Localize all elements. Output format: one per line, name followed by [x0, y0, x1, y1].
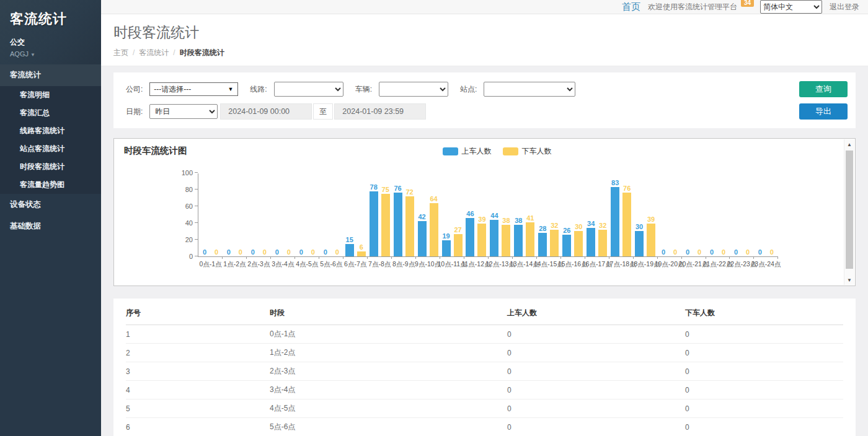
user-menu[interactable]: AQGJ ▼: [10, 50, 91, 58]
bar-group: 0023点-24点: [754, 173, 778, 256]
notification-badge: 34: [741, 0, 754, 7]
y-axis-tick: [195, 239, 198, 240]
bar-value: 28: [539, 225, 546, 232]
bar-group: 443812点-13点: [488, 173, 512, 256]
breadcrumb-separator: /: [133, 48, 135, 57]
bar-value: 0: [227, 248, 231, 256]
legend-item-上车人数[interactable]: 上车人数: [443, 146, 492, 157]
table-cell: 5: [126, 399, 270, 418]
language-select[interactable]: 简体中文: [760, 0, 822, 14]
bar-group: 76728点-9点: [392, 173, 416, 256]
table-cell: 2: [126, 344, 270, 362]
bar-group: 463911点-12点: [464, 173, 488, 256]
table-cell: 0: [507, 362, 685, 381]
scroll-down-icon[interactable]: ▼: [844, 275, 854, 285]
legend-item-下车人数[interactable]: 下车人数: [503, 146, 552, 157]
bar-group: 0022点-23点: [730, 173, 754, 256]
bar-上车人数: 83: [611, 187, 619, 256]
vehicle-select[interactable]: [379, 82, 448, 97]
sidebar-item-站点客流统计[interactable]: 站点客流统计: [0, 140, 101, 158]
date-preset-select[interactable]: 昨日: [149, 104, 218, 119]
bar-下车人数: 38: [502, 225, 510, 256]
bar-value: 15: [346, 236, 353, 243]
bar-value: 27: [454, 226, 461, 233]
dropdown-arrow-icon: ▼: [228, 86, 233, 92]
table-cell: 0: [685, 362, 843, 381]
column-header: 上车人数: [507, 301, 685, 325]
x-axis-label: 3点-4点: [272, 260, 294, 269]
bar-group: 343216点-17点: [585, 173, 609, 256]
station-select[interactable]: [484, 82, 575, 97]
bar-value: 76: [394, 185, 401, 192]
bar-group: 192710点-11点: [440, 173, 464, 256]
table-header-row: 序号时段上车人数下车人数: [126, 301, 843, 325]
table-cell: 0: [507, 418, 685, 436]
scrollbar-thumb[interactable]: [846, 150, 853, 269]
chart-plot: 000点-1点001点-2点002点-3点003点-4点004点-5点005点-…: [198, 173, 778, 257]
org-label: 公交: [10, 37, 91, 48]
query-button[interactable]: 查询: [799, 81, 848, 97]
bar-下车人数: 64: [430, 203, 438, 256]
app-title: 客流统计: [10, 10, 91, 28]
page-title: 时段客流统计: [113, 23, 856, 42]
table-cell: 4点-5点: [270, 399, 507, 418]
end-datetime-input[interactable]: 2024-01-09 23:59: [334, 103, 426, 120]
sidebar-item-客流量趋势图[interactable]: 客流量趋势图: [0, 176, 101, 194]
bar-group: 002点-3点: [247, 173, 271, 256]
topbar: 首页 欢迎使用客流统计管理平台 34 简体中文 退出登录: [101, 0, 868, 14]
x-axis-label: 4点-5点: [296, 260, 318, 269]
bar-value: 42: [418, 213, 425, 220]
bar-上车人数: 28: [538, 233, 547, 256]
y-axis-tick: [195, 172, 198, 173]
bar-value: 0: [770, 248, 774, 256]
sidebar-item-线路客流统计[interactable]: 线路客流统计: [0, 122, 101, 140]
company-select-value: ---请选择---: [154, 84, 191, 95]
scroll-up-icon[interactable]: ▲: [844, 139, 854, 149]
breadcrumb-item[interactable]: 主页: [113, 48, 128, 57]
sidebar-item-设备状态[interactable]: 设备状态: [0, 194, 101, 216]
y-axis-tick: [195, 256, 198, 256]
bar-group: 837617点-18点: [609, 173, 633, 256]
bar-value: 0: [673, 248, 677, 256]
legend-swatch: [503, 147, 518, 155]
table-cell: 1: [126, 325, 270, 344]
bar-value: 76: [623, 185, 631, 192]
filter-buttons: 查询 导出: [799, 81, 848, 120]
bar-上车人数: 26: [562, 235, 571, 256]
bar-上车人数: 46: [466, 218, 474, 256]
line-select[interactable]: [274, 82, 343, 97]
table-row: 54点-5点00: [126, 399, 843, 418]
bar-value: 30: [636, 223, 643, 230]
home-link[interactable]: 首页: [622, 1, 640, 13]
bar-value: 0: [215, 248, 218, 256]
start-datetime-input[interactable]: 2024-01-09 00:00: [220, 103, 312, 120]
sidebar-item-客流统计[interactable]: 客流统计: [0, 64, 101, 86]
sidebar-item-客流汇总[interactable]: 客流汇总: [0, 104, 101, 122]
chart-scrollbar[interactable]: ▲ ▼: [844, 139, 854, 285]
bar-value: 0: [698, 248, 701, 256]
breadcrumb-item[interactable]: 客流统计: [139, 48, 169, 57]
company-select[interactable]: ---请选择--- ▼: [149, 82, 238, 96]
bar-下车人数: 32: [598, 230, 607, 256]
y-axis-label: 100: [174, 169, 193, 177]
table-body: 10点-1点0021点-2点0032点-3点0043点-4点0054点-5点00…: [126, 325, 843, 436]
bar-value: 0: [251, 248, 255, 256]
sidebar-item-时段客流统计[interactable]: 时段客流统计: [0, 158, 101, 176]
logout-link[interactable]: 退出登录: [830, 2, 859, 12]
sidebar-item-客流明细[interactable]: 客流明细: [0, 86, 101, 104]
x-axis-label: 5点-6点: [320, 260, 342, 269]
bar-下车人数: 30: [574, 231, 583, 256]
bar-上车人数: 34: [587, 228, 595, 256]
y-axis-label: 20: [174, 236, 193, 243]
export-button[interactable]: 导出: [799, 103, 848, 120]
bar-上车人数: 38: [514, 225, 523, 256]
chart-panel: 时段车流统计图 上车人数下车人数 000点-1点001点-2点002点-3点00…: [113, 138, 856, 286]
chart-legend: 上车人数下车人数: [114, 146, 855, 157]
table-row: 10点-1点00: [126, 325, 843, 344]
bar-group: 283214点-15点: [536, 173, 560, 256]
filter-row-2: 日期: 昨日 2024-01-09 00:00 至 2024-01-09 23:…: [126, 103, 781, 120]
sidebar-item-基础数据[interactable]: 基础数据: [0, 216, 101, 237]
bar-value: 0: [324, 248, 327, 256]
table-panel: 序号时段上车人数下车人数 10点-1点0021点-2点0032点-3点0043点…: [113, 299, 856, 436]
table-cell: 0: [507, 381, 685, 399]
